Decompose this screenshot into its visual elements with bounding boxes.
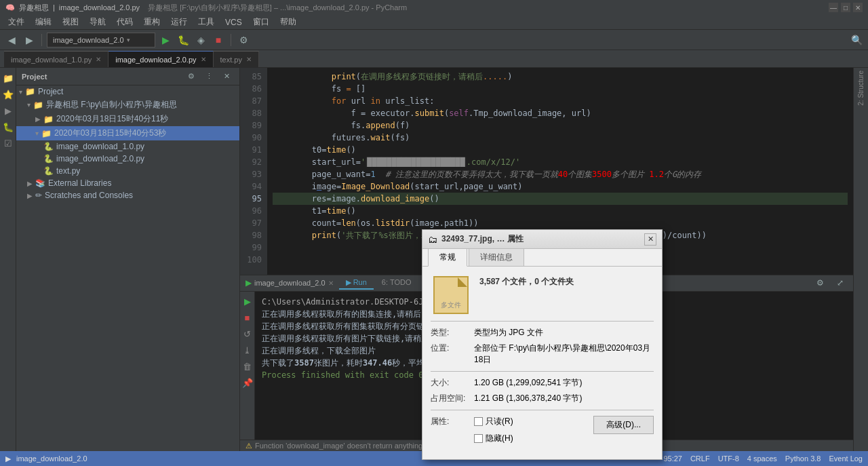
project-gear-button[interactable]: ⋮: [201, 69, 216, 84]
menubar: 文件 编辑 视图 导航 代码 重构 运行 工具 VCS 窗口 帮助: [0, 15, 868, 30]
stop-button[interactable]: ■: [211, 33, 226, 47]
file-properties-dialog[interactable]: 🗂 32493_77.jpg, … 属性 ✕ 常规 详细信息 多文件 3,5: [422, 229, 663, 460]
tree-folder-1[interactable]: ▶ 📁 2020年03月18日15时40分11秒: [16, 112, 239, 126]
run-tab-run[interactable]: ▶ Run: [339, 277, 374, 290]
menu-code[interactable]: 代码: [111, 15, 138, 29]
back-button[interactable]: ◀: [4, 33, 19, 47]
tab-text[interactable]: text.py ✕: [214, 51, 259, 67]
code-text-89: fs.append(f): [273, 119, 410, 132]
run-config-selector[interactable]: image_download_2.0 ▾: [47, 33, 155, 47]
run-rerun-button[interactable]: ↺: [240, 327, 255, 342]
dialog-file-icon: 多文件: [431, 275, 471, 315]
line-numbers: 85 86 87 88 89 90 91 92 93 94 95 96 97 9…: [240, 68, 267, 275]
tree-file-text[interactable]: 🐍 text.py: [16, 165, 239, 177]
run-stop-button[interactable]: ■: [240, 311, 255, 326]
run-clear-button[interactable]: 🗑: [240, 360, 255, 374]
tree-scratches[interactable]: ▶ ✏ Scratches and Consoles: [16, 189, 239, 201]
statusbar-line-ending[interactable]: CRLF: [690, 454, 710, 463]
coverage-button[interactable]: ◈: [193, 33, 208, 47]
tree-file-img2[interactable]: 🐍 image_download_2.0.py: [16, 153, 239, 165]
tree-label-yiquxiangsi: 异趣相思 F:\py\自制小程序\异趣相思: [46, 99, 177, 111]
maximize-button[interactable]: □: [841, 3, 850, 12]
close-button[interactable]: ✕: [853, 3, 863, 12]
code-line-86: fs = []: [273, 83, 848, 95]
tree-icon-scratch: ✏: [35, 191, 42, 200]
tree-label-scratch: Scratches and Consoles: [45, 191, 133, 200]
dialog-hidden-label: 隐藏(H): [486, 433, 513, 444]
build-button[interactable]: ⚙: [236, 33, 251, 47]
menu-navigate[interactable]: 导航: [84, 15, 111, 29]
tree-folder-2[interactable]: ▾ 📁 2020年03月18日15时40分53秒: [16, 126, 239, 140]
tree-file-img1[interactable]: 🐍 image_download_1.0.py: [16, 140, 239, 153]
statusbar-event-log[interactable]: Event Log: [829, 454, 863, 463]
titlebar-sep: |: [53, 3, 55, 12]
dialog-readonly-row: 只读(R): [474, 416, 513, 427]
menu-refactor[interactable]: 重构: [138, 15, 165, 29]
tab-image-download-1[interactable]: image_download_1.0.py ✕: [4, 51, 108, 67]
dialog-hidden-checkbox[interactable]: [474, 434, 483, 443]
todo-icon[interactable]: ☑: [1, 136, 16, 151]
forward-button[interactable]: ▶: [22, 33, 37, 47]
statusbar-language[interactable]: Python 3.8: [785, 454, 821, 463]
search-everywhere-button[interactable]: 🔍: [849, 33, 864, 47]
dialog-divider-1: [431, 321, 654, 322]
debug-side-icon[interactable]: 🐛: [1, 119, 16, 134]
dialog-title: 32493_77.jpg, … 属性: [441, 233, 524, 245]
tree-yiquxiangsi[interactable]: ▾ 📁 异趣相思 F:\py\自制小程序\异趣相思: [16, 98, 239, 112]
run-settings-button[interactable]: ⚙: [812, 275, 827, 290]
dialog-divider-2: [431, 371, 654, 372]
run-icon[interactable]: ▶: [1, 103, 16, 118]
code-text-91: t0=time(): [273, 144, 356, 156]
ln-85: 85: [240, 71, 262, 83]
favorites-icon[interactable]: ⭐: [1, 87, 16, 102]
code-text-96: t1=time(): [273, 205, 356, 217]
dialog-tab-general[interactable]: 常规: [428, 248, 467, 267]
tab-image-download-2[interactable]: image_download_2.0.py ✕: [108, 51, 213, 67]
project-settings-button[interactable]: ⚙: [184, 69, 199, 84]
menu-window[interactable]: 窗口: [248, 15, 275, 29]
run-tab-todo[interactable]: 6: TODO: [375, 277, 418, 290]
file-icon-label: 多文件: [441, 300, 461, 310]
tab-close-2[interactable]: ✕: [201, 56, 206, 63]
dialog-type-label: 类型:: [431, 327, 474, 338]
code-line-95: res=image.download_image(): [273, 193, 848, 205]
statusbar-encoding[interactable]: UTF-8: [718, 454, 739, 463]
dialog-hidden-row: 隐藏(H): [474, 433, 513, 444]
menu-edit[interactable]: 编辑: [30, 15, 57, 29]
menu-help[interactable]: 帮助: [275, 15, 302, 29]
dialog-readonly-checkbox[interactable]: [474, 417, 483, 426]
minimize-button[interactable]: —: [829, 3, 838, 12]
project-icon[interactable]: 📁: [1, 71, 16, 85]
menu-vcs[interactable]: VCS: [220, 16, 248, 28]
tree-label-project: Project: [38, 87, 63, 96]
dialog-location-field: 位置: 全部位于 F:\py\自制小程序\异趣相思\2020年03月18日: [431, 343, 654, 366]
statusbar-indent[interactable]: 4 spaces: [747, 454, 777, 463]
dialog-size-label: 大小:: [431, 377, 474, 389]
tab-close-3[interactable]: ✕: [246, 56, 252, 63]
tree-arrow-ext: ▶: [27, 180, 33, 187]
tree-external-libs[interactable]: ▶ 📚 External Libraries: [16, 177, 239, 189]
project-close-button[interactable]: ✕: [219, 69, 234, 84]
tree-label-ext: External Libraries: [48, 178, 111, 188]
debug-button[interactable]: 🐛: [176, 33, 191, 47]
menu-file[interactable]: 文件: [3, 15, 30, 29]
menu-tools[interactable]: 工具: [193, 15, 220, 29]
dialog-advanced-button[interactable]: 高级(D)...: [593, 416, 654, 434]
menu-view[interactable]: 视图: [57, 15, 84, 29]
tab-close-1[interactable]: ✕: [96, 56, 101, 63]
run-expand-button[interactable]: ⤢: [833, 275, 848, 290]
run-close-tab[interactable]: ✕: [328, 279, 334, 287]
titlebar-controls: — □ ✕: [829, 3, 863, 12]
run-scroll-button[interactable]: ⤓: [240, 343, 255, 358]
tree-project-root[interactable]: ▾ 📁 Project: [16, 85, 239, 98]
run-config-dropdown-icon: ▾: [127, 37, 130, 43]
run-pin-button[interactable]: 📌: [240, 376, 255, 391]
dialog-tab-details[interactable]: 详细信息: [469, 248, 524, 266]
statusbar-position[interactable]: 95:27: [663, 454, 682, 463]
tree-icon-folder2: 📁: [41, 129, 52, 138]
menu-run[interactable]: 运行: [165, 15, 193, 29]
dialog-close-button[interactable]: ✕: [644, 233, 656, 246]
project-header-actions: ⚙ ⋮ ✕: [184, 69, 234, 84]
run-button[interactable]: ▶: [158, 33, 173, 47]
run-play-button[interactable]: ▶: [240, 294, 255, 309]
